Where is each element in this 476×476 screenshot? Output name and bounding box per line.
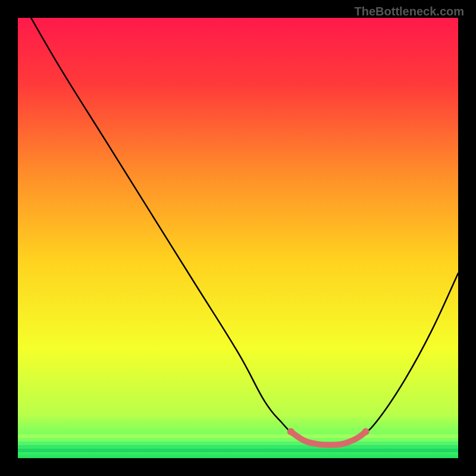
- attribution-label: TheBottleneck.com: [355, 5, 464, 18]
- optimal-marker: [287, 428, 295, 436]
- optimal-marker: [362, 428, 369, 436]
- band-line: [18, 441, 458, 445]
- plot-area: [18, 18, 458, 458]
- gradient-background: [18, 18, 458, 458]
- band-line: [18, 438, 458, 441]
- chart-container: TheBottleneck.com: [0, 0, 476, 476]
- band-line: [18, 445, 458, 449]
- chart-svg: [18, 18, 458, 458]
- band-line: [18, 449, 458, 452]
- band-line: [18, 434, 458, 438]
